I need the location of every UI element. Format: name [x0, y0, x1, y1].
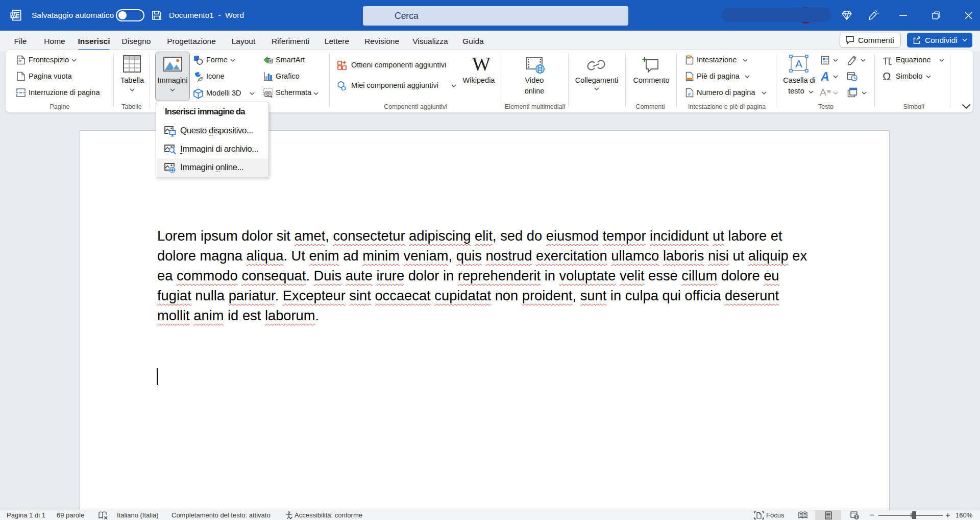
- svg-text:A: A: [795, 58, 802, 69]
- svg-text:#: #: [688, 92, 691, 97]
